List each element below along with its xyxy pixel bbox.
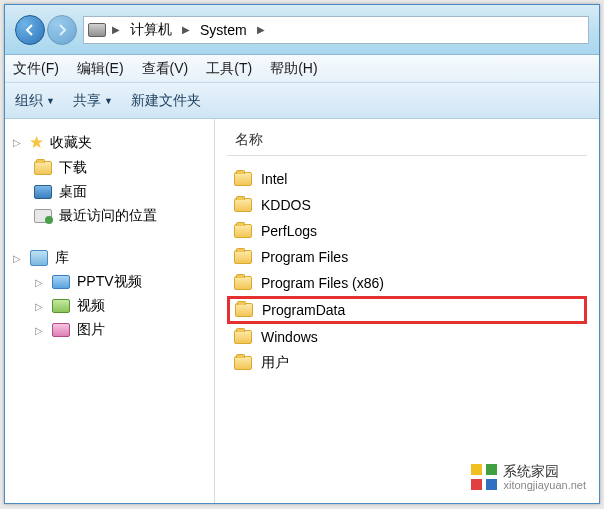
folder-icon xyxy=(233,222,253,240)
sidebar: ▷ ★ 收藏夹 下载 桌面 最近访问的位置 xyxy=(5,119,215,503)
breadcrumb-system[interactable]: System xyxy=(196,20,251,40)
file-label: Program Files xyxy=(261,249,348,265)
folder-icon xyxy=(51,273,71,291)
explorer-window: ▶ 计算机 ▶ System ▶ 文件(F) 编辑(E) 查看(V) 工具(T)… xyxy=(4,4,600,504)
chevron-down-icon: ▼ xyxy=(104,96,113,106)
watermark-url: xitongjiayuan.net xyxy=(503,479,586,491)
watermark: 系统家园 xitongjiayuan.net xyxy=(467,460,590,495)
body: ▷ ★ 收藏夹 下载 桌面 最近访问的位置 xyxy=(5,119,599,503)
file-row[interactable]: Program Files (x86) xyxy=(227,270,587,296)
file-row[interactable]: Intel xyxy=(227,166,587,192)
libraries-group: ▷ 库 ▷ PPTV视频 ▷ 视频 ▷ 图片 xyxy=(9,246,210,342)
folder-icon xyxy=(234,301,254,319)
column-header-name[interactable]: 名称 xyxy=(227,127,587,156)
sidebar-item-pictures[interactable]: ▷ 图片 xyxy=(9,318,210,342)
desktop-icon xyxy=(33,183,53,201)
chevron-right-icon: ▷ xyxy=(33,277,45,288)
menu-help[interactable]: 帮助(H) xyxy=(270,60,317,78)
file-row[interactable]: 用户 xyxy=(227,350,587,376)
file-label: Program Files (x86) xyxy=(261,275,384,291)
file-row[interactable]: Windows xyxy=(227,324,587,350)
sidebar-item-desktop[interactable]: 桌面 xyxy=(9,180,210,204)
file-label: PerfLogs xyxy=(261,223,317,239)
folder-icon xyxy=(233,354,253,372)
menu-file[interactable]: 文件(F) xyxy=(13,60,59,78)
chevron-down-icon: ▼ xyxy=(46,96,55,106)
toolbar: 组织▼ 共享▼ 新建文件夹 xyxy=(5,83,599,119)
folder-icon xyxy=(233,328,253,346)
folder-icon xyxy=(233,274,253,292)
file-label: ProgramData xyxy=(262,302,345,318)
forward-button[interactable] xyxy=(47,15,77,45)
chevron-right-icon: ▷ xyxy=(33,301,45,312)
file-label: 用户 xyxy=(261,354,289,372)
folder-icon xyxy=(33,159,53,177)
libraries-header[interactable]: ▷ 库 xyxy=(9,246,210,270)
sidebar-item-recent[interactable]: 最近访问的位置 xyxy=(9,204,210,228)
recent-icon xyxy=(33,207,53,225)
watermark-logo-icon xyxy=(471,464,497,490)
sidebar-item-downloads[interactable]: 下载 xyxy=(9,156,210,180)
folder-icon xyxy=(233,248,253,266)
menu-tools[interactable]: 工具(T) xyxy=(206,60,252,78)
star-icon: ★ xyxy=(29,132,44,153)
menu-edit[interactable]: 编辑(E) xyxy=(77,60,124,78)
favorites-header[interactable]: ▷ ★ 收藏夹 xyxy=(9,129,210,156)
file-row[interactable]: Program Files xyxy=(227,244,587,270)
file-label: Intel xyxy=(261,171,287,187)
menubar: 文件(F) 编辑(E) 查看(V) 工具(T) 帮助(H) xyxy=(5,55,599,83)
back-button[interactable] xyxy=(15,15,45,45)
chevron-right-icon: ▷ xyxy=(11,137,23,148)
chevron-right-icon: ▷ xyxy=(33,325,45,336)
menu-view[interactable]: 查看(V) xyxy=(142,60,189,78)
file-label: KDDOS xyxy=(261,197,311,213)
chevron-right-icon: ▶ xyxy=(110,24,122,35)
organize-button[interactable]: 组织▼ xyxy=(15,92,55,110)
breadcrumb-computer[interactable]: 计算机 xyxy=(126,19,176,41)
file-row[interactable]: PerfLogs xyxy=(227,218,587,244)
sidebar-item-video[interactable]: ▷ 视频 xyxy=(9,294,210,318)
folder-icon xyxy=(233,170,253,188)
nav-buttons xyxy=(15,15,77,45)
chevron-right-icon: ▷ xyxy=(11,253,23,264)
file-label: Windows xyxy=(261,329,318,345)
favorites-group: ▷ ★ 收藏夹 下载 桌面 最近访问的位置 xyxy=(9,129,210,228)
picture-icon xyxy=(51,321,71,339)
file-row[interactable]: KDDOS xyxy=(227,192,587,218)
watermark-title: 系统家园 xyxy=(503,464,586,479)
file-row[interactable]: ProgramData xyxy=(227,296,587,324)
video-icon xyxy=(51,297,71,315)
library-icon xyxy=(29,249,49,267)
chevron-right-icon: ▶ xyxy=(180,24,192,35)
file-list: 名称 IntelKDDOSPerfLogsProgram FilesProgra… xyxy=(215,119,599,503)
titlebar: ▶ 计算机 ▶ System ▶ xyxy=(5,5,599,55)
folder-icon xyxy=(233,196,253,214)
sidebar-item-pptv[interactable]: ▷ PPTV视频 xyxy=(9,270,210,294)
share-button[interactable]: 共享▼ xyxy=(73,92,113,110)
address-bar[interactable]: ▶ 计算机 ▶ System ▶ xyxy=(83,16,589,44)
chevron-right-icon: ▶ xyxy=(255,24,267,35)
new-folder-button[interactable]: 新建文件夹 xyxy=(131,92,201,110)
computer-icon xyxy=(88,21,106,39)
